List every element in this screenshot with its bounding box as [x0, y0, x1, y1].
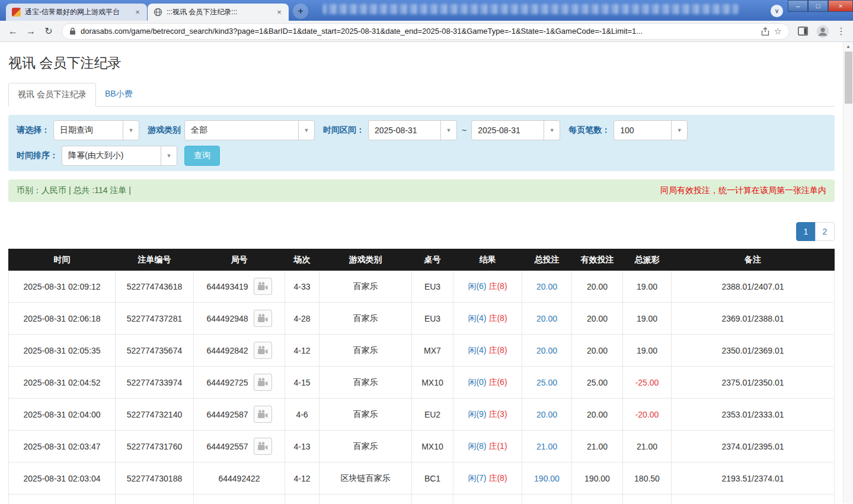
tab-search-chevron-icon[interactable]: ∨	[771, 5, 783, 17]
cell-bet-id: 522774731760	[116, 431, 194, 463]
cell-time: 2025-08-31 02:03:47	[9, 431, 116, 463]
video-replay-button[interactable]	[254, 406, 272, 423]
new-tab-button[interactable]: +	[293, 4, 308, 19]
browser-toolbar: ← → ↻ dorasabs.com/game/betrecord_search…	[0, 21, 853, 42]
close-icon[interactable]: ×	[274, 8, 284, 17]
cell-table-code: MX10	[412, 431, 453, 463]
query-type-select[interactable]: 日期查询 ▼	[53, 120, 139, 140]
cell-bet-id: 522774743618	[116, 271, 194, 303]
valid-bet-notice: 同局有效投注，统一计算在该局第一张注单内	[660, 185, 826, 196]
cell-time: 2025-08-31 02:09:12	[9, 271, 116, 303]
cell-session: 4-6	[285, 399, 320, 431]
video-replay-icon	[257, 282, 268, 291]
avatar[interactable]	[816, 25, 829, 38]
date-end-input[interactable]: 2025-08-31 ▼	[471, 120, 560, 140]
close-icon[interactable]: ×	[133, 8, 142, 17]
game-type-select[interactable]: 全部 ▼	[184, 120, 315, 140]
side-panel-icon[interactable]	[798, 27, 808, 36]
cell-note: 2388.01/2407.01	[672, 271, 835, 303]
cell-total-bet: 190.00	[522, 463, 572, 495]
video-replay-button[interactable]	[254, 310, 272, 327]
cell-session: 4-13	[285, 431, 320, 463]
column-header: 局号	[194, 249, 285, 271]
sort-order-select[interactable]: 降幂(由大到小) ▼	[62, 146, 177, 166]
forward-button[interactable]: →	[23, 23, 39, 40]
cell-note: 1908.51/2193.51	[672, 495, 835, 504]
cell-game-type: 百家乐	[320, 335, 412, 367]
summary-bar: 币别：人民币 | 总共 :114 注单 | 同局有效投注，统一计算在该局第一张注…	[8, 179, 835, 202]
page-button-1[interactable]: 1	[796, 222, 816, 241]
chevron-down-icon[interactable]: ▼	[123, 121, 139, 140]
url-text[interactable]: dorasabs.com/game/betrecord_search/kind3…	[81, 27, 756, 36]
tab-betrecord[interactable]: 视讯 会员下注纪录	[8, 83, 96, 107]
bet-records-table: 时间注单编号局号场次游戏类别桌号结果总投注有效投注总派彩备注 2025-08-3…	[8, 249, 835, 503]
video-replay-button[interactable]	[254, 374, 272, 391]
scrollbar-thumb[interactable]	[845, 52, 852, 104]
video-replay-icon	[257, 410, 268, 419]
cell-payout: 285.00	[623, 495, 672, 504]
filter-panel: 请选择： 日期查询 ▼ 游戏类别 全部 ▼ 时间区间： 2025-08-31 ▼…	[8, 115, 835, 171]
cell-session: 4-15	[285, 367, 320, 399]
cell-table-code: BC1	[412, 463, 453, 495]
video-replay-button[interactable]	[254, 278, 272, 295]
chevron-down-icon[interactable]: ▼	[298, 121, 314, 140]
cell-note: 2350.01/2369.01	[672, 335, 835, 367]
maximize-button[interactable]: □	[808, 0, 828, 12]
video-replay-icon	[257, 378, 268, 387]
scroll-up-arrow-icon[interactable]: ▲	[844, 42, 853, 51]
table-row: 2025-08-31 02:03:04522774730188644492422…	[9, 463, 835, 495]
per-page-select[interactable]: 100 ▼	[614, 120, 688, 140]
video-replay-button[interactable]	[254, 342, 272, 359]
cell-note: 2193.51/2374.01	[672, 463, 835, 495]
cell-game-type: 百家乐	[320, 367, 412, 399]
cell-round: 644492557	[194, 431, 285, 463]
page-nav-tabs: 视讯 会员下注纪录 BB小费	[8, 83, 835, 107]
window-close-button[interactable]: ×	[828, 0, 853, 12]
cell-payout: 19.00	[623, 303, 672, 335]
table-row: 2025-08-31 02:06:18522774737281644492948…	[9, 303, 835, 335]
cell-time: 2025-08-31 02:01:48	[9, 495, 116, 504]
cell-time: 2025-08-31 02:06:18	[9, 303, 116, 335]
refresh-button[interactable]: ↻	[40, 23, 57, 40]
video-replay-button[interactable]	[254, 438, 272, 455]
tab-title: 通宝-信誉最好的网上游戏平台	[25, 7, 129, 17]
cell-session: 4-12	[285, 335, 320, 367]
cell-valid-bet: 20.00	[572, 303, 623, 335]
cell-payout: 19.00	[623, 271, 672, 303]
date-start-input[interactable]: 2025-08-31 ▼	[368, 120, 457, 140]
address-bar[interactable]: dorasabs.com/game/betrecord_search/kind3…	[62, 23, 790, 40]
back-button[interactable]: ←	[5, 23, 21, 40]
video-replay-icon	[257, 442, 268, 451]
share-icon[interactable]	[761, 27, 769, 36]
column-header: 注单编号	[116, 249, 194, 271]
table-row: 2025-08-31 02:05:35522774735674644492842…	[9, 335, 835, 367]
column-header: 游戏类别	[320, 249, 412, 271]
browser-titlebar: 通宝-信誉最好的网上游戏平台 × :::视讯 会员下注纪录::: × + ∨ –…	[0, 0, 853, 21]
tab-bb-tip[interactable]: BB小费	[96, 83, 142, 107]
chevron-down-icon[interactable]: ▼	[161, 146, 177, 165]
page-button-2[interactable]: 2	[815, 222, 835, 241]
bookmark-star-icon[interactable]: ☆	[774, 26, 782, 37]
cell-result: 闲(4) 庄(7)	[453, 495, 522, 504]
cell-payout: 19.00	[623, 335, 672, 367]
chevron-down-icon[interactable]: ▼	[440, 121, 456, 140]
cell-result: 闲(8) 庄(1)	[453, 431, 522, 463]
menu-dots-icon[interactable]: ⋮	[834, 25, 848, 37]
cell-valid-bet: 25.00	[572, 367, 623, 399]
cell-result: 闲(4) 庄(8)	[453, 335, 522, 367]
cell-session: 4-12	[285, 463, 320, 495]
browser-tab-2[interactable]: :::视讯 会员下注纪录::: ×	[148, 4, 289, 21]
page-scrollbar[interactable]: ▲	[843, 42, 853, 503]
search-button[interactable]: 查询	[184, 146, 220, 166]
chevron-down-icon[interactable]: ▼	[544, 121, 560, 140]
cell-payout: -25.00	[623, 367, 672, 399]
cell-session: 4-28	[285, 303, 320, 335]
minimize-button[interactable]: –	[788, 0, 808, 12]
cell-game-type: 百家乐	[320, 303, 412, 335]
chevron-down-icon[interactable]: ▼	[671, 121, 687, 140]
cell-bet-id: 522774732140	[116, 399, 194, 431]
browser-tab-1[interactable]: 通宝-信誉最好的网上游戏平台 ×	[6, 4, 147, 21]
cell-result: 闲(7) 庄(8)	[453, 463, 522, 495]
cell-valid-bet: 300.00	[572, 495, 623, 504]
cell-game-type: 百家乐	[320, 431, 412, 463]
